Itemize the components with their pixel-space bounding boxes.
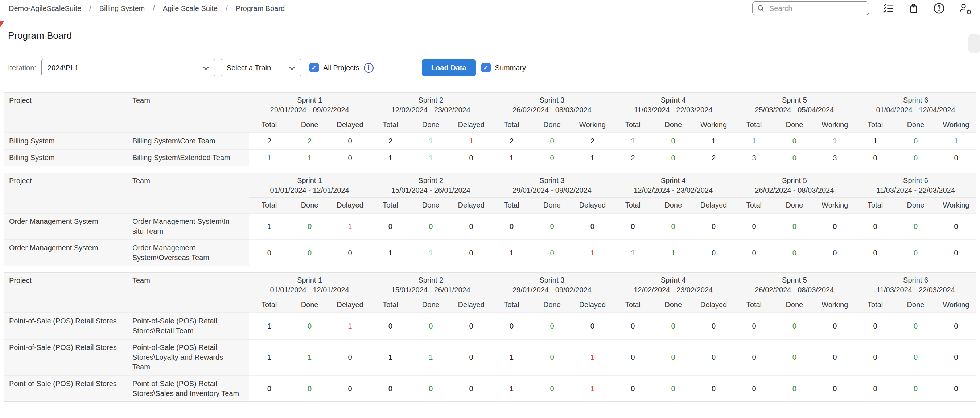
train-select[interactable]: Select a Train [221,59,301,76]
sprint-header: Sprint 526/02/2024 - 08/03/2024 [734,173,855,198]
team-column-header: Team [127,93,249,133]
search-icon [757,4,765,12]
value-cell: 1 [492,240,532,266]
metric-column-header: Delayed [451,298,491,313]
value-cell: 1 [572,150,612,166]
metric-column-header: Delayed [451,198,491,213]
value-cell: 0 [330,133,370,150]
sprint-dates: 12/02/2024 - 23/02/2024 [370,105,491,115]
sprint-name: Sprint 2 [370,176,491,185]
metric-column-header: Working [936,198,976,213]
breadcrumb-item[interactable]: Agile Scale Suite [163,4,218,13]
value-cell: 1 [370,339,410,375]
breadcrumb-separator: / [153,4,155,13]
table-row: Order Management SystemOrder Management … [4,240,976,266]
value-cell: 1 [330,313,370,339]
project-cell: Point-of-Sale (POS) Retail Stores [4,375,127,402]
sprint-dates: 01/04/2024 - 12/04/2024 [855,105,976,115]
value-cell: 0 [290,213,330,240]
value-cell: 0 [896,375,936,402]
value-cell: 1 [410,240,451,266]
sprint-dates: 12/02/2024 - 23/02/2024 [613,185,734,195]
value-cell: 1 [936,133,976,150]
value-cell: 0 [855,375,895,402]
sprint-dates: 26/02/2024 - 08/03/2024 [734,285,855,295]
sprint-name: Sprint 4 [613,95,734,105]
value-cell: 3 [734,150,774,166]
metric-column-header: Delayed [330,117,370,133]
value-cell: 0 [774,240,815,266]
sprint-dates: 01/01/2024 - 12/01/2024 [249,285,370,295]
metric-column-header: Done [290,298,330,313]
all-projects-label: All Projects [323,64,360,72]
user-settings-icon[interactable]: ⚙ [958,2,970,14]
sprint-name: Sprint 3 [492,176,612,185]
scrollbar-thumb[interactable] [968,34,980,53]
sprint-header: Sprint 412/02/2024 - 23/02/2024 [612,273,734,298]
sprint-header: Sprint 526/02/2024 - 08/03/2024 [734,273,855,298]
metric-column-header: Total [734,298,774,313]
sprint-dates: 26/02/2024 - 08/03/2024 [492,105,612,115]
controls-bar: Iteration: 2024\PI 1 Select a Train ✓ Al… [0,54,980,81]
sprint-header: Sprint 525/03/2024 - 05/04/2024 [734,93,855,117]
metric-column-header: Working [936,298,976,313]
tasklist-icon[interactable] [882,2,894,14]
value-cell: 0 [290,313,330,339]
search-input[interactable] [768,4,864,13]
chevron-down-icon [289,64,295,72]
breadcrumb: Demo-AgileScaleSuite / Billing System / … [9,4,285,13]
value-cell: 2 [492,133,532,150]
metric-column-header: Total [249,298,290,313]
value-cell: 0 [896,313,936,339]
value-cell: 0 [734,339,774,375]
metric-column-header: Delayed [694,298,734,313]
metric-column-header: Working [936,117,976,133]
value-cell: 1 [492,375,532,402]
value-cell: 0 [653,313,693,339]
team-cell: Point-of-Sale (POS) Retail Stores\Loyalt… [127,339,249,375]
sprint-name: Sprint 5 [734,95,855,105]
breadcrumb-item-current[interactable]: Program Board [236,4,285,13]
value-cell: 1 [290,339,330,375]
value-cell: 1 [492,339,532,375]
value-cell: 0 [451,339,491,375]
value-cell: 0 [936,339,976,375]
summary-checkbox[interactable]: ✓ [481,63,491,73]
value-cell: 0 [572,313,612,339]
value-cell: 0 [612,339,653,375]
table-row: Point-of-Sale (POS) Retail StoresPoint-o… [4,375,976,402]
sprint-header: Sprint 101/01/2024 - 12/01/2024 [249,173,370,198]
value-cell: 0 [936,313,976,339]
sprint-dates: 29/01/2024 - 09/02/2024 [249,105,370,115]
value-cell: 0 [532,240,572,266]
value-cell: 0 [855,339,895,375]
value-cell: 0 [410,313,451,339]
metric-column-header: Delayed [330,198,370,213]
value-cell: 0 [774,213,815,240]
value-cell: 1 [370,240,410,266]
value-cell: 0 [896,133,936,150]
help-icon[interactable] [933,2,945,14]
value-cell: 0 [694,240,734,266]
team-cell: Point-of-Sale (POS) Retail Stores\Sales … [127,375,249,402]
all-projects-checkbox[interactable]: ✓ [309,63,319,73]
info-icon[interactable]: i [364,63,374,73]
metric-column-header: Working [815,117,855,133]
iteration-select[interactable]: 2024\PI 1 [41,59,215,76]
breadcrumb-item[interactable]: Demo-AgileScaleSuite [9,4,81,13]
metric-column-header: Delayed [572,198,612,213]
value-cell: 0 [532,375,572,402]
search-box[interactable] [752,2,869,15]
load-data-button[interactable]: Load Data [422,59,476,76]
briefcase-icon[interactable] [907,2,920,14]
value-cell: 0 [451,240,491,266]
breadcrumb-item[interactable]: Billing System [99,4,145,13]
project-cell: Order Management System [4,240,127,266]
value-cell: 1 [694,133,734,150]
page-title: Program Board [8,30,72,41]
sprint-header: Sprint 601/04/2024 - 12/04/2024 [855,93,976,117]
value-cell: 0 [855,240,895,266]
value-cell: 0 [694,213,734,240]
value-cell: 0 [734,313,774,339]
metric-column-header: Done [896,198,936,213]
